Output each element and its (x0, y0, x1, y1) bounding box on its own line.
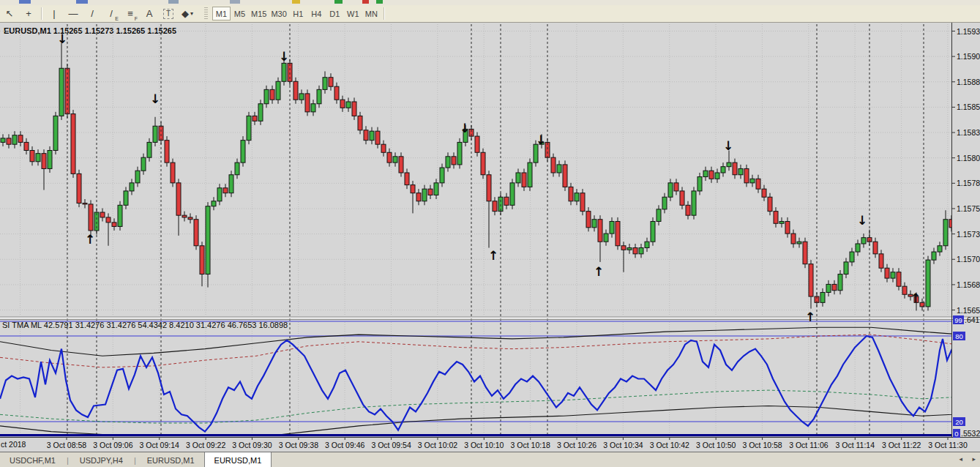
vertical-line-tool-button[interactable]: | (45, 6, 64, 21)
buy-arrow-icon: ↑ (488, 248, 498, 263)
svg-text:1.15880: 1.15880 (957, 78, 980, 86)
equidistant-channel-icon: / (110, 9, 113, 18)
time-label: 3 Oct 10:34 (603, 441, 643, 449)
sell-arrow-icon: ↓ (536, 132, 546, 147)
sell-arrow-icon: ↓ (57, 31, 67, 46)
timeframe-m5-button[interactable]: M5 (231, 7, 249, 20)
tabs-scroll-right-button[interactable]: ▸ (972, 455, 976, 463)
time-label: 3 Oct 10:42 (650, 441, 689, 449)
clipped-icon-fragment (334, 0, 343, 4)
tabs-scroll-left-button[interactable]: ◂ (959, 455, 962, 463)
svg-text:.5532: .5532 (961, 429, 980, 438)
svg-text:.6417: .6417 (965, 315, 980, 324)
fibonacci-icon: ≡ (127, 9, 133, 18)
chart-background (0, 23, 980, 452)
time-label: 3 Oct 09:22 (186, 441, 225, 449)
sell-arrow-icon: ↓ (279, 49, 289, 64)
arrows-icon: ◆ (182, 9, 189, 18)
horizontal-line-tool-button[interactable]: — (64, 6, 83, 21)
drawing-tools-group: ↖+|—//E≡FAT◆▾ (0, 6, 197, 21)
cursor-tool-button[interactable]: ↖ (0, 6, 19, 21)
time-label: 3 Oct 09:46 (325, 441, 364, 449)
buy-arrow-icon: ↑ (805, 310, 815, 324)
svg-text:1.15730: 1.15730 (957, 230, 980, 239)
time-label-day: ct 2018 (1, 440, 26, 449)
time-label: 3 Oct 11:22 (882, 441, 921, 449)
svg-text:1.15930: 1.15930 (957, 27, 980, 36)
time-label: 3 Oct 11:14 (836, 441, 875, 449)
text-label-icon: T (163, 9, 173, 19)
clipped-icon-fragment (19, 0, 31, 4)
time-label: 3 Oct 09:30 (232, 441, 272, 449)
text-label-tool-button[interactable]: T (159, 6, 178, 21)
tab-usdjpy-h4[interactable]: USDJPY,H4 (70, 452, 132, 467)
clipped-icon-fragment (168, 0, 179, 4)
sell-arrow-icon: ↓ (150, 91, 160, 106)
toolbar-separator (41, 7, 42, 20)
tab-eurusd-m1-active[interactable]: EURUSD,M1 (204, 452, 272, 467)
toolbar-separator (384, 7, 384, 20)
time-label: 3 Oct 10:10 (464, 441, 504, 449)
equidistant-channel-sub-label: E (115, 16, 119, 21)
fibonacci-tool-button[interactable]: ≡F (121, 6, 140, 21)
time-label: 3 Oct 11:30 (928, 441, 968, 449)
fibonacci-sub-label: F (135, 16, 138, 21)
toolbar-drag-handle[interactable] (204, 7, 208, 20)
trendline-tool-button[interactable]: / (83, 6, 102, 21)
svg-text:1.15805: 1.15805 (957, 154, 980, 162)
horizontal-line-icon: — (69, 9, 78, 18)
svg-text:1.15905: 1.15905 (957, 52, 980, 61)
time-label: 3 Oct 09:14 (140, 441, 179, 449)
time-label: 3 Oct 10:02 (418, 441, 457, 449)
arrows-tool-button[interactable]: ◆▾ (178, 6, 197, 21)
tab-eurusd-m1[interactable]: EURUSD,M1 (138, 452, 204, 467)
clipped-icon-fragment (76, 0, 88, 4)
svg-text:20: 20 (955, 418, 963, 426)
time-label: 3 Oct 11:06 (789, 441, 828, 449)
indicator-label: SI TMA ML 42.5791 31.4276 31.4276 54.434… (2, 321, 288, 329)
svg-text:0: 0 (954, 430, 958, 438)
terminal-window: ↖+|—//E≡FAT◆▾ M1M5M15M30H1H4D1W1MN EURUS… (0, 0, 980, 467)
buy-arrow-icon: ↑ (85, 232, 95, 247)
clipped-icon-fragment (230, 0, 240, 4)
equidistant-channel-tool-button[interactable]: /E (102, 6, 121, 21)
tab-separator: | (65, 452, 70, 467)
buy-arrow-icon: ↑ (594, 264, 604, 279)
time-label: 3 Oct 09:06 (93, 441, 132, 449)
crosshair-icon: + (26, 9, 31, 18)
timeframe-m1-button[interactable]: M1 (212, 7, 231, 20)
sell-arrow-icon: ↓ (460, 121, 470, 135)
svg-text:1.15680: 1.15680 (957, 280, 980, 289)
time-label: 3 Oct 10:58 (742, 441, 782, 449)
time-label: 3 Oct 09:38 (279, 441, 318, 449)
timeframe-mn-button[interactable]: MN (362, 7, 381, 20)
chart-tabs-bar: ◂ ▸ USDCHF,M1|USDJPY,H4|EURUSD,M1EURUSD,… (0, 452, 980, 467)
svg-text:1.15830: 1.15830 (957, 128, 980, 137)
text-tool-button[interactable]: A (140, 6, 159, 21)
svg-text:80: 80 (955, 332, 963, 340)
time-label: 3 Oct 08:58 (47, 441, 86, 449)
timeframe-m30-button[interactable]: M30 (269, 7, 288, 20)
timeframe-group: M1M5M15M30H1H4D1W1MN (212, 7, 381, 20)
chevron-down-icon: ▾ (190, 10, 193, 17)
time-label: 3 Oct 10:26 (557, 441, 596, 449)
trendline-icon: / (91, 9, 94, 18)
svg-text:1.15855: 1.15855 (957, 102, 980, 111)
timeframe-h4-button[interactable]: H4 (307, 7, 326, 20)
timeframe-w1-button[interactable]: W1 (344, 7, 362, 20)
sell-arrow-icon: ↓ (723, 138, 733, 153)
time-label: 3 Oct 09:54 (371, 441, 411, 449)
text-icon: A (146, 9, 153, 18)
timeframe-d1-button[interactable]: D1 (326, 7, 344, 20)
clipped-icon-fragment (292, 0, 300, 4)
tab-usdchf-m1[interactable]: USDCHF,M1 (0, 452, 65, 467)
svg-text:1.15755: 1.15755 (957, 204, 980, 213)
sell-arrow-icon: ↓ (857, 213, 867, 228)
tab-separator: | (132, 452, 138, 467)
timeframe-m15-button[interactable]: M15 (249, 7, 269, 20)
crosshair-tool-button[interactable]: + (19, 6, 38, 21)
price-chart[interactable]: EURUSD,M1 1.15265 1.15273 1.15265 1.1526… (0, 23, 980, 452)
cursor-icon: ↖ (6, 9, 14, 18)
timeframe-h1-button[interactable]: H1 (289, 7, 307, 20)
toolbar: ↖+|—//E≡FAT◆▾ M1M5M15M30H1H4D1W1MN (0, 5, 980, 23)
